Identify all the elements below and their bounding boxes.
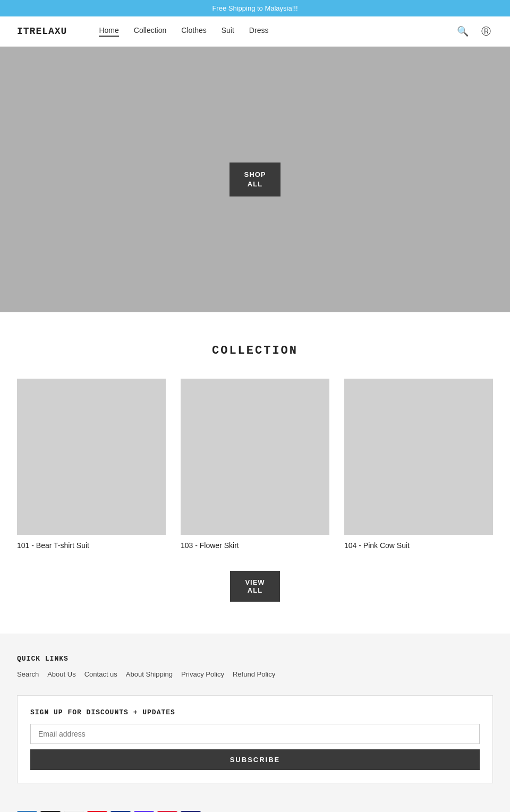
announcement-text: Free Shipping to Malaysia!!! — [212, 4, 298, 12]
collection-section: COLLECTION 101 - Bear T-shirt Suit 103 -… — [0, 312, 510, 634]
footer: QUICK LINKS Search About Us Contact us A… — [0, 634, 510, 812]
quick-link-contact[interactable]: Contact us — [84, 670, 117, 678]
product-grid: 101 - Bear T-shirt Suit 103 - Flower Ski… — [17, 379, 493, 550]
search-button[interactable]: 🔍 — [455, 23, 471, 39]
product-image-103 — [181, 379, 329, 535]
email-input[interactable] — [30, 724, 480, 744]
quick-link-privacy[interactable]: Privacy Policy — [181, 670, 224, 678]
nav-dress[interactable]: Dress — [249, 26, 269, 37]
product-card-104[interactable]: 104 - Pink Cow Suit — [344, 379, 493, 550]
nav-suit[interactable]: Suit — [222, 26, 234, 37]
logo[interactable]: ITRELAXU — [17, 26, 67, 37]
search-icon: 🔍 — [457, 26, 469, 37]
nav-clothes[interactable]: Clothes — [181, 26, 206, 37]
product-image-101 — [17, 379, 166, 535]
main-nav: Home Collection Clothes Suit Dress — [99, 26, 455, 37]
view-all-button[interactable]: VIEWALL — [230, 571, 279, 602]
nav-home[interactable]: Home — [99, 26, 118, 37]
cart-button[interactable]: Ⓡ — [479, 23, 493, 40]
header: ITRELAXU Home Collection Clothes Suit Dr… — [0, 16, 510, 47]
shop-all-button[interactable]: SHOPALL — [230, 163, 281, 196]
quick-link-shipping[interactable]: About Shipping — [126, 670, 173, 678]
product-image-104 — [344, 379, 493, 535]
header-icons: 🔍 Ⓡ — [455, 23, 493, 40]
subscribe-button[interactable]: SUBSCRIBE — [30, 749, 480, 770]
newsletter-title: SIGN UP FOR DISCOUNTS + UPDATES — [30, 708, 480, 716]
hero-section: SHOPALL — [0, 47, 510, 312]
product-card-101[interactable]: 101 - Bear T-shirt Suit — [17, 379, 166, 550]
product-card-103[interactable]: 103 - Flower Skirt — [181, 379, 329, 550]
collection-title: COLLECTION — [17, 344, 493, 357]
announcement-bar: Free Shipping to Malaysia!!! — [0, 0, 510, 16]
nav-collection[interactable]: Collection — [134, 26, 166, 37]
view-all-wrap: VIEWALL — [17, 571, 493, 612]
quick-link-search[interactable]: Search — [17, 670, 39, 678]
quick-links-nav: Search About Us Contact us About Shippin… — [17, 670, 493, 678]
product-name-103: 103 - Flower Skirt — [181, 541, 329, 550]
newsletter-section: SIGN UP FOR DISCOUNTS + UPDATES SUBSCRIB… — [17, 695, 493, 783]
cart-icon: Ⓡ — [481, 26, 491, 37]
quick-links-title: QUICK LINKS — [17, 655, 493, 663]
product-name-101: 101 - Bear T-shirt Suit — [17, 541, 166, 550]
quick-links-section: QUICK LINKS Search About Us Contact us A… — [17, 655, 493, 678]
quick-link-refund[interactable]: Refund Policy — [233, 670, 275, 678]
product-name-104: 104 - Pink Cow Suit — [344, 541, 493, 550]
footer-bottom: AMEX  Pay G Pay ●● PayPal shop UP VISA … — [17, 800, 493, 812]
quick-link-about[interactable]: About Us — [47, 670, 75, 678]
